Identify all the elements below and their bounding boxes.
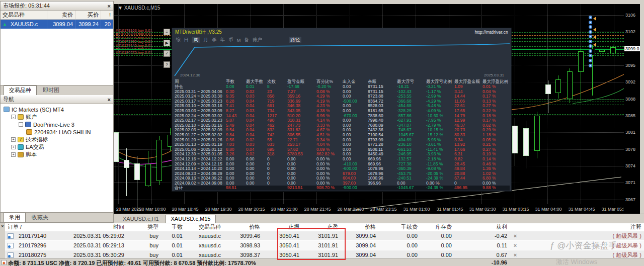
terminal-col-header[interactable]: 时间 [70,223,127,231]
terminal-col-header[interactable]: 订单 / [5,223,70,231]
candle-body [610,47,616,53]
tree-item-label: DooPrime-Live 3 [33,122,74,128]
terminal-col-header[interactable]: 手续费 [378,223,420,231]
tab-favorites[interactable]: 收藏夹 [27,213,53,222]
close-order-icon[interactable]: × [510,252,521,258]
chart-tab-xauusd-c-m15[interactable]: XAUUSD.c,M15 [166,215,216,223]
col-symbol[interactable]: 交易品种 [1,11,47,19]
terminal-col-header[interactable]: 手数 [161,223,185,231]
order-cell: 0.00 [420,233,454,239]
buy-arrow-icon [593,17,596,21]
candle-body [555,79,561,93]
close-icon[interactable]: × [108,97,111,103]
stats-cell: 0 [267,157,287,162]
annotation-red-box [277,228,346,260]
trade-marker-icon [589,35,592,38]
stats-row: 2024.09.16 ~ 2024.09.220.000.0000.000.00… [175,176,510,181]
expander-icon[interactable]: + [11,145,16,149]
script-icon [18,152,24,157]
mtdriver-menu-item[interactable]: 备 [244,37,249,43]
candle-body [599,50,605,52]
mtdriver-menu-item[interactable]: M [237,37,241,43]
account-status-text: 余额: 8 731.15 USC 净值: 8 720.19 已用预付款: 49.… [8,259,256,266]
mtdriver-menu-item[interactable]: 币 [228,37,233,43]
market-watch-row-xauusd[interactable]: ▲XAUUSD.c 3099.04 3099.24 20 [1,20,113,29]
terminal-col-header[interactable]: 类型 [127,223,161,231]
sidebar-item-indicator[interactable]: +f技术指标 [1,136,113,143]
terminal-col-header[interactable]: 库存费 [420,223,454,231]
stats-cell: 0 [267,166,287,171]
tab-common[interactable]: 常用 [4,213,26,222]
tab-symbols[interactable]: 交易品种 [4,85,37,95]
terminal-col-header[interactable]: 价格 [223,223,263,231]
chart-side-button[interactable]: ✓ [164,50,170,57]
order-cell: 0.01 [161,242,185,248]
price-label: 3088 [625,97,635,102]
close-icon[interactable]: × [0,224,5,229]
close-icon[interactable]: × [108,3,111,9]
order-cell: 3098.93 [223,242,263,248]
mtdriver-menu-item[interactable]: 日 [184,37,189,43]
mtdriver-url[interactable]: http://mtdriver.cn [474,30,508,35]
col-bid[interactable]: 卖价 [47,11,75,19]
stats-cell [267,186,287,191]
expander-icon[interactable]: + [11,152,16,157]
close-order-icon[interactable]: × [510,242,521,248]
time-label: 31 Mar 03:15 [502,207,529,212]
chart-side-button[interactable]: ≡ [164,29,170,35]
mtdriver-menu-item[interactable]: 周 [192,37,200,43]
stats-table: 周手数最大手数次数盈亏金额百分比%出入金余额最大浮亏最大浮亏比例最大浮盈金额最大… [175,79,510,191]
order-cell: 0.00 [378,252,420,258]
order-cell: 2025.03.31 05:29:02 [70,233,127,239]
order-cell: 0.00 [420,252,454,258]
sidebar-item-account-server[interactable]: -DooPrime-Live 3 [1,121,113,128]
stats-cell: 0 [267,181,287,186]
mtdriver-menu-item[interactable]: 综 [176,37,181,43]
chart-side-button[interactable]: ▶ [164,40,170,46]
time-label: 31 Mar 04:00 [535,207,561,212]
market-watch-titlebar: 市场报价: 05:31:44 × [1,2,113,11]
gridline-v [118,4,119,204]
sidebar-item-script[interactable]: +脚本 [1,151,113,158]
sidebar-item-accounts[interactable]: -账户 [1,113,113,121]
mtdriver-menu-item[interactable]: 月 [204,37,209,43]
sidebar-item-user[interactable]: 2204934: LIAO SHILIN [1,128,113,136]
time-label: 28 Mar 21:45 [304,207,331,212]
mtdriver-menu-item[interactable]: 账户 [253,37,262,43]
time-label: 28 Mar 23:15 [370,207,396,212]
time-axis[interactable]: 28 Mar 202528 Mar 18:0028 Mar 18:4528 Ma… [114,205,624,214]
mtdriver-title: MTDriver统计 ,V3.25 [175,29,222,36]
gridline-h [114,200,624,200]
close-order-icon[interactable]: × [510,233,521,239]
sidebar-item-server[interactable]: IC Markets (SC) MT4 [1,106,113,113]
mtdriver-menu-item[interactable]: 季 [212,37,217,43]
navigator-tabs: 常用 收藏夹 [1,212,113,222]
mtdriver-header: MTDriver统计 ,V3.25 http://mtdriver.cn [172,28,511,36]
chart-side-button[interactable]: ? [164,61,170,68]
terminal-col-header[interactable]: 价格 [341,223,378,231]
order-doc-dot [8,236,11,238]
candle-body [523,128,529,156]
expander-icon[interactable]: - [19,122,23,127]
tab-tick-chart[interactable]: 即时图 [38,86,64,95]
terminal-col-header[interactable]: 交易品种 [185,223,223,231]
stats-cell: -1045.67 [397,186,426,191]
stats-cell: 67.44 [454,176,482,181]
mtdriver-menu-item[interactable]: 年 [220,37,225,43]
order-doc-dot [8,255,11,257]
expander-icon[interactable]: + [11,137,16,142]
sidebar-item-ea[interactable]: +EA交易 [1,143,113,151]
col-ask[interactable]: 买价 [75,11,101,19]
candle-body [578,51,584,72]
stats-cell [368,186,397,191]
stats-cell: 0 [267,162,287,167]
col-spread[interactable]: ! [101,11,113,19]
terminal-col-header[interactable]: 注释 [521,223,644,231]
chart-tab-xauusd-c-h1[interactable]: XAUUSD.c,H1 [118,215,164,223]
expander-icon[interactable]: - [11,115,16,119]
mtdriver-path-button[interactable]: 路径 [289,37,301,43]
terminal-col-header[interactable]: 获利 [454,223,510,231]
stats-row: 合计98.519213.51908.70 %-500.00-1045.67-24… [175,186,510,191]
gridline-v [581,4,581,204]
price-axis[interactable]: 310631023099.030953092308830853081307830… [624,4,640,214]
